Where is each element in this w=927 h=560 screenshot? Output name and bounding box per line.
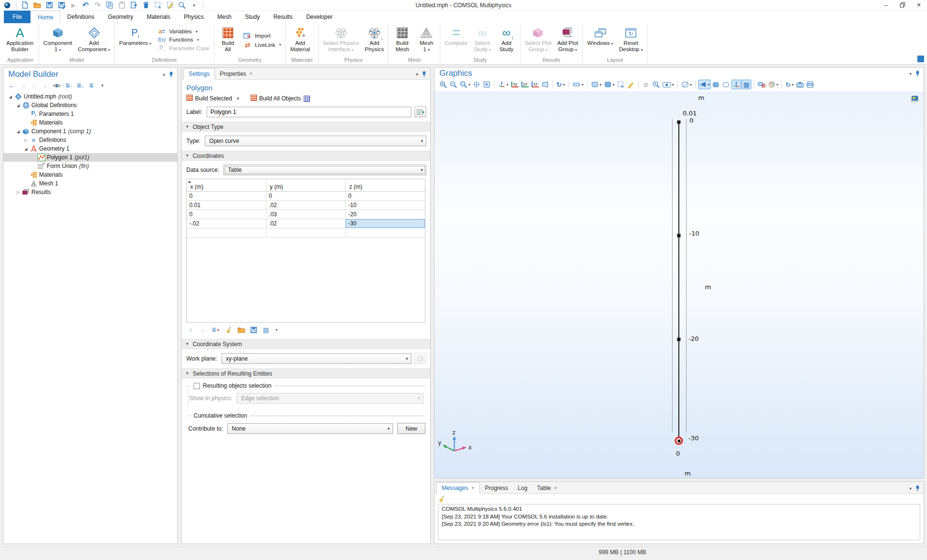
center-view-icon[interactable] [472, 80, 481, 89]
range-icon[interactable]: ▤ [263, 326, 269, 334]
vertex-marker[interactable] [677, 234, 681, 238]
show-in-physics-dropdown[interactable]: Edge selection [237, 393, 423, 404]
tree-expander[interactable]: ◢ [7, 95, 14, 99]
add-material-button[interactable]: AddMaterial [287, 24, 313, 57]
cleanup-icon[interactable] [225, 326, 232, 334]
collapse-all-icon[interactable]: ≣↓ [77, 82, 84, 89]
table-cell[interactable]: -10 [346, 200, 425, 210]
close-tab-icon[interactable]: ✕ [249, 71, 253, 76]
zoom-extents-icon[interactable] [482, 80, 492, 89]
variables-button[interactable]: a=Variables▾ [157, 28, 210, 35]
reset-desktop-button[interactable]: ↻ResetDesktop▾ [616, 24, 646, 57]
transparency-icon[interactable]: ▾ [680, 80, 693, 89]
scene-projection-icon[interactable] [540, 80, 550, 89]
cube-front-icon[interactable] [711, 80, 721, 89]
coordinates-table[interactable]: ▸▸x (m)y (m)z (m)0000.01.02-100.03-20-.0… [186, 179, 425, 322]
hide-selected-icon[interactable]: ⊘ [641, 80, 651, 89]
select-box-icon[interactable] [154, 1, 162, 10]
tree-item-parameters-1[interactable]: PiParameters 1 [3, 110, 177, 118]
vertex-marker[interactable] [677, 338, 681, 341]
tree-item-materials[interactable]: Materials [3, 170, 177, 179]
menu-tab-home[interactable]: Home [30, 11, 60, 23]
selected-vertex-marker[interactable] [675, 437, 683, 445]
color-theme-icon[interactable]: ▾ [767, 80, 779, 89]
load-file-icon[interactable] [238, 326, 245, 334]
messages-tab-messages[interactable]: Messages✕ [436, 482, 480, 494]
component-1-button[interactable]: Component1▾ [41, 24, 75, 57]
add-component-button[interactable]: AddComponent▾ [75, 24, 112, 57]
tree-item-results[interactable]: ▷Results [3, 188, 177, 196]
close-tab-icon[interactable]: ✕ [471, 486, 475, 490]
move-down-icon[interactable]: ↓ [42, 82, 48, 89]
find-icon[interactable] [178, 1, 186, 10]
clear-rows-icon[interactable]: ≣✕ [211, 326, 220, 334]
close-tab-icon[interactable]: ✕ [554, 486, 558, 490]
label-input[interactable] [207, 107, 411, 117]
tree-expander[interactable]: ◢ [15, 103, 21, 108]
visibility-icon[interactable]: ▾ [661, 80, 675, 89]
tree-item-materials[interactable]: Materials [3, 118, 177, 127]
back-icon[interactable]: ← [8, 82, 15, 89]
table-cell[interactable]: 0 [187, 191, 266, 200]
scene-light-icon[interactable]: ▾ [698, 80, 711, 89]
sketch-icon[interactable] [166, 1, 174, 10]
resulting-objects-checkbox[interactable] [194, 383, 200, 389]
select-plot-group-button[interactable]: Select PlotGroup▾ [522, 24, 554, 57]
pin-icon[interactable] [169, 71, 173, 78]
goto-workplane-button[interactable] [414, 353, 426, 364]
view-xy-icon[interactable]: xy [510, 80, 520, 89]
menu-tab-physics[interactable]: Physics [177, 11, 211, 23]
table-cell[interactable]: .03 [266, 210, 345, 219]
parameters-button[interactable]: PiParameters▾ [116, 24, 154, 57]
panel-menu-icon[interactable]: ▾ [163, 71, 165, 78]
tree-item-definitions[interactable]: ▷≡Definitions [3, 136, 177, 144]
add-study-button[interactable]: ∞↓AddStudy [494, 24, 519, 57]
livelink-button[interactable]: ⇄LiveLink▾ [243, 41, 281, 49]
table-cell[interactable]: -30 [346, 219, 425, 228]
add-plot-group-button[interactable]: Add PlotGroup▾ [554, 24, 581, 57]
table-cell[interactable]: 0 [266, 191, 345, 200]
table-cell[interactable]: 0 [346, 191, 425, 200]
save-icon[interactable] [45, 1, 54, 10]
mesh-1-button[interactable]: Mesh1▾ [414, 24, 438, 57]
import-button[interactable]: Import [243, 32, 281, 39]
contribute-to-dropdown[interactable]: None [227, 423, 393, 434]
app-logo-icon[interactable] [3, 1, 12, 10]
caret-icon[interactable]: ▾ [190, 1, 198, 10]
pin-icon[interactable] [915, 485, 920, 491]
build-all-objects-button[interactable]: Build All Objects [251, 95, 301, 102]
view-tools-icon[interactable]: ▾ [571, 80, 585, 89]
table-cell-empty[interactable] [346, 228, 425, 237]
cube-back-icon[interactable] [721, 80, 731, 89]
show-axes-icon[interactable] [731, 80, 741, 89]
skybox-icon[interactable]: ▾ [603, 80, 616, 89]
open-file-icon[interactable] [33, 1, 42, 10]
table-cell[interactable]: 0.01 [187, 200, 266, 210]
build-preceding-icon[interactable] [304, 96, 310, 102]
tree-item-untitled-mph[interactable]: ◢Untitled.mph(root) [3, 92, 177, 101]
sketch-mode-icon[interactable] [626, 80, 636, 89]
new-selection-button[interactable]: New [397, 423, 425, 434]
functions-button[interactable]: f(x)Functions▾ [157, 37, 210, 42]
menu-tab-file[interactable]: File [4, 11, 30, 23]
menu-tab-mesh[interactable]: Mesh [211, 11, 238, 23]
ribbon-help-icon[interactable] [917, 56, 924, 62]
panel-menu-icon[interactable]: ▾ [416, 70, 418, 77]
graphics-canvas[interactable]: zyx m0.010-10m-20-300m [435, 91, 924, 478]
menu-tab-geometry[interactable]: Geometry [101, 11, 140, 23]
table-cell-empty[interactable] [266, 228, 345, 237]
update-view-icon[interactable]: ↻▾ [785, 80, 795, 89]
paste-icon[interactable] [117, 1, 126, 10]
tree-item-mesh-1[interactable]: Mesh 1 [3, 179, 177, 188]
copy-icon[interactable] [105, 1, 114, 10]
table-cell[interactable]: .02 [266, 200, 345, 210]
build-all-button[interactable]: BuildAll [216, 24, 240, 57]
build-selected-button[interactable]: Build Selected ▼ [186, 95, 240, 102]
default-3d-view-icon[interactable]: ▾ [497, 80, 509, 89]
tree-item-form-union[interactable]: *Form Union(fin) [3, 162, 177, 170]
section-coordinate-system[interactable]: ▼Coordinate System [182, 339, 430, 349]
suppress-labels-icon[interactable] [757, 80, 767, 89]
panel-menu-icon[interactable]: ▾ [909, 485, 912, 491]
tree-item-global-definitions[interactable]: ◢Global Definitions [3, 101, 177, 110]
tree-expander[interactable]: ◢ [15, 129, 21, 134]
